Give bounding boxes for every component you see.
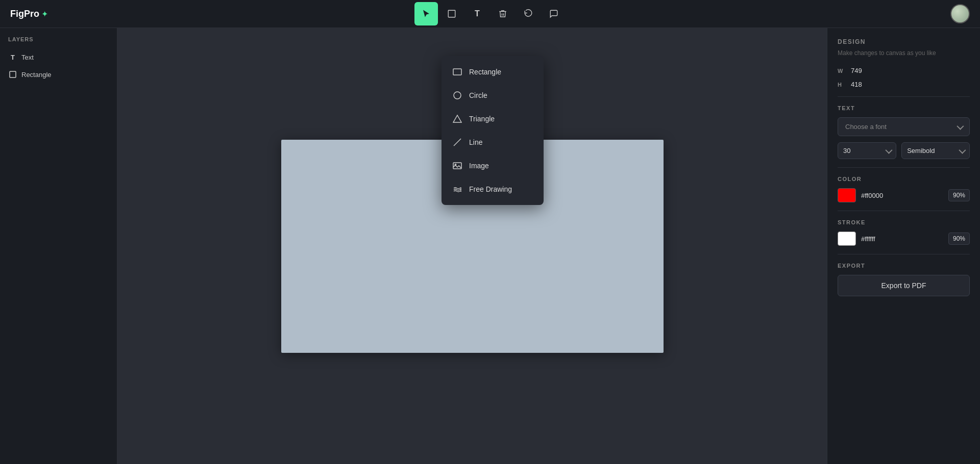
- height-label: H: [838, 82, 846, 88]
- topbar-right: [863, 4, 980, 23]
- font-select-placeholder: Choose a font: [845, 123, 887, 131]
- comment-tool-button[interactable]: [542, 2, 566, 25]
- text-section-label: TEXT: [838, 105, 970, 111]
- svg-point-3: [454, 92, 461, 99]
- text-tool-button[interactable]: T: [465, 2, 489, 25]
- frame-tool-button[interactable]: [440, 2, 463, 25]
- logo: FigPro ✦: [0, 9, 117, 19]
- free-drawing-dropdown-icon: [452, 184, 463, 195]
- cursor-icon: [422, 9, 431, 18]
- layer-item-text[interactable]: T Text: [0, 48, 117, 66]
- dropdown-item-free-drawing[interactable]: Free Drawing: [442, 177, 544, 201]
- dropdown-image-label: Image: [469, 162, 489, 170]
- dropdown-free-drawing-label: Free Drawing: [469, 185, 512, 193]
- divider-1: [838, 96, 970, 97]
- font-size-weight-row: 30 Semibold: [838, 142, 970, 159]
- undo-icon: [524, 9, 533, 18]
- logo-symbol: ✦: [41, 9, 48, 19]
- font-size-chevron-icon: [886, 146, 893, 153]
- dropdown-item-image[interactable]: Image: [442, 154, 544, 177]
- trash-icon: [498, 9, 507, 18]
- width-value[interactable]: 749: [851, 67, 862, 74]
- dropdown-rectangle-label: Rectangle: [469, 68, 501, 76]
- frame-icon: [447, 9, 456, 18]
- font-weight-select[interactable]: Semibold: [901, 142, 970, 159]
- dropdown-triangle-label: Triangle: [469, 115, 495, 123]
- svg-rect-0: [448, 10, 455, 17]
- width-row: W 749: [838, 67, 970, 74]
- design-panel: DESIGN Make changes to canvas as you lik…: [827, 28, 980, 464]
- avatar[interactable]: [950, 4, 970, 23]
- divider-2: [838, 167, 970, 168]
- comment-icon: [549, 9, 558, 18]
- svg-point-7: [455, 164, 456, 165]
- layers-header: Layers: [0, 36, 117, 48]
- dropdown-circle-label: Circle: [469, 91, 487, 99]
- stroke-swatch[interactable]: [838, 231, 856, 246]
- svg-rect-1: [10, 71, 16, 78]
- main-content: Layers T Text Rectangle: [0, 28, 980, 464]
- height-row: H 418: [838, 81, 970, 88]
- stroke-hex-value[interactable]: #ffffff: [861, 235, 943, 243]
- height-value[interactable]: 418: [851, 81, 862, 88]
- font-weight-value: Semibold: [907, 147, 935, 154]
- dropdown-line-label: Line: [469, 138, 482, 146]
- stroke-row: #ffffff 90%: [838, 231, 970, 246]
- font-select-dropdown[interactable]: Choose a font: [838, 117, 970, 136]
- topbar: FigPro ✦ T: [0, 0, 980, 28]
- circle-dropdown-icon: [452, 90, 463, 101]
- toolbar: T: [117, 2, 863, 25]
- canvas-area[interactable]: Rectangle Circle Triangle: [117, 28, 827, 464]
- color-row: #ff0000 90%: [838, 188, 970, 202]
- export-pdf-button[interactable]: Export to PDF: [838, 275, 970, 296]
- export-section-label: EXPORT: [838, 263, 970, 269]
- svg-marker-4: [453, 115, 461, 122]
- dropdown-item-triangle[interactable]: Triangle: [442, 107, 544, 131]
- color-section-label: COLOR: [838, 176, 970, 182]
- color-hex-value[interactable]: #ff0000: [861, 192, 943, 199]
- font-chevron-icon: [957, 122, 964, 130]
- logo-text: FigPro: [10, 9, 39, 19]
- layers-sidebar: Layers T Text Rectangle: [0, 28, 117, 464]
- stroke-section-label: STROKE: [838, 219, 970, 225]
- svg-line-5: [454, 139, 461, 146]
- select-tool-button[interactable]: [414, 2, 438, 25]
- width-label: W: [838, 68, 846, 74]
- layer-text-label: Text: [21, 54, 34, 61]
- layer-item-rectangle[interactable]: Rectangle: [0, 66, 117, 83]
- rectangle-dropdown-icon: [452, 66, 463, 78]
- font-size-select[interactable]: 30: [838, 142, 896, 159]
- triangle-dropdown-icon: [452, 113, 463, 124]
- line-dropdown-icon: [452, 137, 463, 148]
- divider-3: [838, 211, 970, 211]
- font-size-value: 30: [843, 147, 850, 154]
- undo-tool-button[interactable]: [517, 2, 540, 25]
- color-swatch[interactable]: [838, 188, 856, 202]
- divider-4: [838, 254, 970, 254]
- dropdown-item-line[interactable]: Line: [442, 131, 544, 154]
- image-dropdown-icon: [452, 160, 463, 171]
- shape-dropdown: Rectangle Circle Triangle: [442, 56, 544, 205]
- design-panel-subtitle: Make changes to canvas as you like: [838, 49, 970, 57]
- svg-rect-2: [453, 69, 461, 75]
- layer-rectangle-label: Rectangle: [21, 71, 52, 79]
- rectangle-layer-icon: [8, 70, 17, 79]
- stroke-opacity[interactable]: 90%: [948, 233, 970, 245]
- color-opacity[interactable]: 90%: [948, 189, 970, 201]
- dropdown-item-circle[interactable]: Circle: [442, 84, 544, 107]
- dropdown-item-rectangle[interactable]: Rectangle: [442, 60, 544, 84]
- font-weight-chevron-icon: [959, 146, 966, 153]
- design-panel-title: DESIGN: [838, 38, 970, 45]
- text-icon: T: [475, 9, 480, 18]
- text-layer-icon: T: [8, 53, 17, 62]
- delete-tool-button[interactable]: [491, 2, 514, 25]
